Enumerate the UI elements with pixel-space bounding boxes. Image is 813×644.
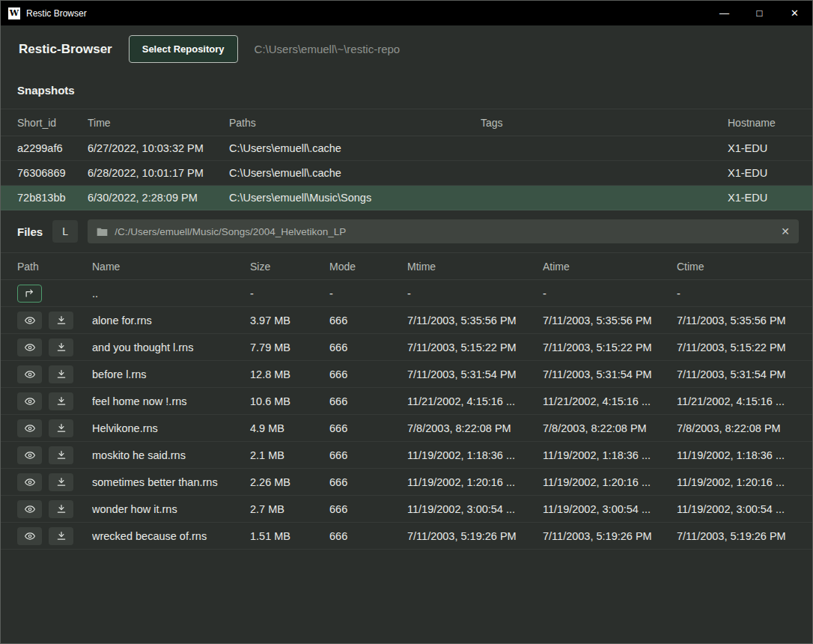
clear-path-icon[interactable]: ✕ [781, 225, 790, 237]
preview-button[interactable] [17, 338, 42, 356]
cell-short-id: 72b813bb [17, 192, 88, 204]
cell-size: - [250, 288, 329, 300]
cell-mtime: 11/21/2002, 4:15:16 ... [407, 395, 543, 407]
folder-icon [97, 227, 108, 237]
cell-ctime: 11/19/2002, 3:00:54 ... [677, 503, 796, 515]
go-up-button[interactable] [17, 285, 42, 303]
download-button[interactable] [49, 473, 73, 491]
eye-icon [24, 477, 36, 487]
eye-icon [24, 369, 36, 380]
cell-atime: 7/11/2003, 5:15:22 PM [543, 341, 677, 353]
cell-atime: 7/11/2003, 5:19:26 PM [543, 530, 677, 542]
current-path: /C:/Users/emuell/Music/Songs/2004_Helvet… [115, 226, 774, 237]
column-header-ctime: Ctime [677, 261, 796, 273]
download-icon [56, 477, 67, 487]
cell-mode: 666 [329, 503, 407, 515]
column-header-name: Name [92, 261, 250, 273]
eye-icon [24, 450, 36, 461]
file-row: alone for.rns 3.97 MB 666 7/11/2003, 5:3… [1, 307, 812, 334]
cell-paths: C:\Users\emuell\.cache [229, 142, 481, 154]
download-button[interactable] [49, 527, 73, 545]
cell-ctime: 11/19/2002, 1:20:16 ... [677, 476, 796, 488]
cell-size: 7.79 MB [250, 341, 329, 353]
column-header-mtime: Mtime [407, 261, 543, 273]
download-button[interactable] [49, 446, 73, 464]
download-button[interactable] [49, 419, 73, 437]
snapshot-row[interactable]: a2299af6 6/27/2022, 10:03:32 PM C:\Users… [1, 136, 812, 161]
file-row: Helvikone.rns 4.9 MB 666 7/8/2003, 8:22:… [1, 415, 812, 442]
column-header-hostname: Hostname [728, 117, 796, 129]
preview-button[interactable] [17, 312, 42, 329]
cell-paths: C:\Users\emuell\.cache [229, 167, 481, 179]
preview-button[interactable] [17, 527, 42, 545]
download-button[interactable] [49, 392, 73, 410]
cell-ctime: 7/8/2003, 8:22:08 PM [677, 422, 796, 434]
eye-icon [24, 504, 36, 514]
app-window: W Restic Browser — □ ✕ Restic-Browser Se… [0, 0, 813, 644]
cell-name: Helvikone.rns [92, 422, 250, 434]
parent-dir-row: .. - - - - - [1, 280, 812, 307]
titlebar: W Restic Browser — □ ✕ [1, 1, 812, 25]
download-button[interactable] [49, 312, 73, 329]
drive-select-button[interactable]: L [52, 220, 78, 243]
snapshot-row[interactable]: 72b813bb 6/30/2022, 2:28:09 PM C:\Users\… [1, 186, 812, 210]
preview-button[interactable] [17, 473, 42, 491]
download-icon [56, 369, 67, 380]
column-header-mode: Mode [329, 261, 407, 273]
cell-size: 2.7 MB [250, 503, 329, 515]
download-button[interactable] [49, 338, 73, 356]
cell-mtime: 7/11/2003, 5:31:54 PM [407, 368, 543, 380]
cell-name: wrecked because of.rns [92, 530, 250, 542]
repository-path: C:\Users\emuell\~\restic-repo [255, 43, 401, 55]
cell-mode: 666 [329, 422, 407, 434]
cell-hostname: X1-EDU [728, 167, 796, 179]
close-button[interactable]: ✕ [777, 1, 812, 25]
cell-atime: 7/11/2003, 5:31:54 PM [543, 368, 677, 380]
app-header: Restic-Browser Select Repository C:\User… [1, 25, 812, 73]
preview-button[interactable] [17, 446, 42, 464]
cell-size: 4.9 MB [250, 422, 329, 434]
eye-icon [24, 342, 36, 353]
preview-button[interactable] [17, 419, 42, 437]
column-header-short-id: Short_id [17, 117, 88, 129]
snapshots-title: Snapshots [1, 73, 812, 109]
column-header-tags: Tags [481, 117, 728, 129]
column-header-paths: Paths [229, 117, 481, 129]
cell-mode: 666 [329, 530, 407, 542]
download-icon [56, 531, 67, 541]
file-row: wrecked because of.rns 1.51 MB 666 7/11/… [1, 523, 812, 550]
cell-atime: 11/19/2002, 1:20:16 ... [543, 476, 677, 488]
cell-size: 1.51 MB [250, 530, 329, 542]
file-row: before l.rns 12.8 MB 666 7/11/2003, 5:31… [1, 361, 812, 388]
cell-ctime: 7/11/2003, 5:15:22 PM [677, 341, 796, 353]
maximize-button[interactable]: □ [742, 1, 777, 25]
cell-time: 6/27/2022, 10:03:32 PM [88, 142, 229, 154]
cell-mode: - [329, 288, 407, 300]
column-header-time: Time [88, 117, 229, 129]
cell-name: wonder how it.rns [92, 503, 250, 515]
column-header-size: Size [250, 261, 329, 273]
cell-mode: 666 [329, 395, 407, 407]
cell-size: 2.26 MB [250, 476, 329, 488]
file-row: feel home now !.rns 10.6 MB 666 11/21/20… [1, 388, 812, 415]
file-row: sometimes better than.rns 2.26 MB 666 11… [1, 469, 812, 496]
download-button[interactable] [49, 500, 73, 518]
minimize-button[interactable]: — [707, 1, 742, 25]
cell-ctime: 7/11/2003, 5:31:54 PM [677, 368, 796, 380]
cell-name: sometimes better than.rns [92, 476, 250, 488]
snapshot-row[interactable]: 76306869 6/28/2022, 10:01:17 PM C:\Users… [1, 161, 812, 186]
cell-mode: 666 [329, 449, 407, 461]
preview-button[interactable] [17, 500, 42, 518]
download-icon [56, 342, 67, 353]
files-table-header: Path Name Size Mode Mtime Atime Ctime [1, 252, 812, 280]
download-button[interactable] [49, 365, 73, 383]
cell-paths: C:\Users\emuell\Music\Songs [229, 192, 481, 204]
cell-size: 2.1 MB [250, 449, 329, 461]
path-input[interactable]: /C:/Users/emuell/Music/Songs/2004_Helvet… [88, 219, 799, 243]
preview-button[interactable] [17, 365, 42, 383]
cell-time: 6/28/2022, 10:01:17 PM [88, 167, 229, 179]
window-title: Restic Browser [26, 8, 87, 19]
select-repository-button[interactable]: Select Repository [129, 35, 238, 63]
preview-button[interactable] [17, 392, 42, 410]
cell-time: 6/30/2022, 2:28:09 PM [88, 192, 229, 204]
